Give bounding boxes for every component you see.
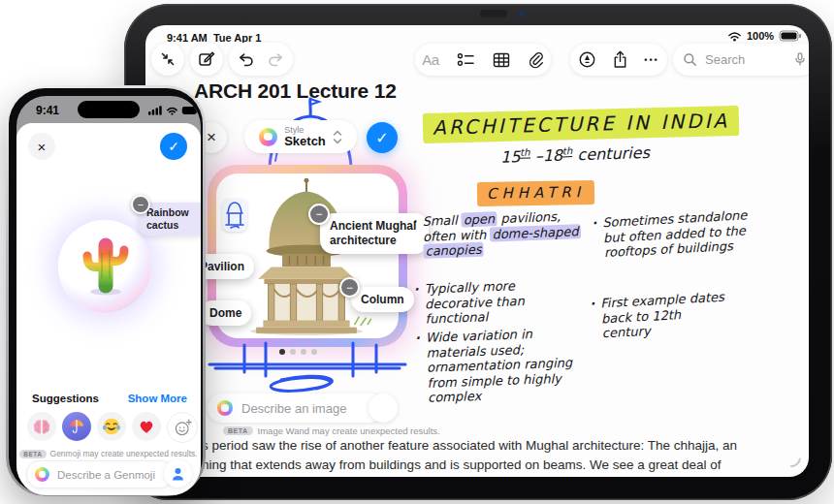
tag-dome[interactable]: Dome (200, 300, 251, 326)
suggestion-brain-emoji[interactable] (27, 412, 56, 441)
markup-pen-icon[interactable] (578, 50, 596, 69)
battery-icon (779, 30, 802, 42)
umbrella-genmoji-icon (68, 418, 85, 435)
tag-label: Column (361, 293, 404, 306)
handwritten-bullet: Typically more decorative than functiona… (424, 276, 571, 327)
note-body-text: s period saw the rise of another feature… (202, 436, 745, 475)
search-input[interactable] (703, 51, 787, 68)
ipad-status-indicators: 100% (727, 30, 802, 42)
wand-accept-button[interactable]: ✓ (367, 122, 398, 153)
apple-intelligence-icon (217, 400, 233, 416)
redo-icon[interactable] (268, 51, 284, 68)
battery-icon (181, 106, 200, 115)
ipad-camera-housing (480, 10, 507, 17)
checkmark-icon: ✓ (375, 129, 388, 147)
handwritten-bullet: Sometimes standalone but often added to … (602, 207, 757, 261)
markup-share-group: ••• (570, 44, 667, 76)
genmoji-beta-row: BETA Genmoji may create unexpected resul… (16, 449, 201, 458)
battery-percent: 100% (747, 30, 774, 42)
iphone-device-frame: 9:41 (6, 85, 206, 496)
image-wand-input[interactable] (240, 400, 374, 417)
handwritten-bullet: First example dates back to 12th century (600, 290, 728, 341)
page-dot[interactable] (290, 349, 296, 355)
image-page-indicator[interactable] (279, 349, 317, 355)
share-icon[interactable] (612, 50, 628, 69)
laughing-tears-emoji-icon (102, 417, 121, 436)
ipad-screen: 9:41 AM Tue Apr 1 100% (145, 25, 809, 477)
original-sketch-thumbnail[interactable] (222, 199, 247, 232)
marketing-canvas: 9:41 AM Tue Apr 1 100% (0, 0, 834, 504)
attachment-paperclip-icon[interactable] (528, 51, 544, 69)
beta-badge: BETA (223, 426, 253, 435)
highlighted-section-text: CHHATRI (477, 180, 595, 206)
show-more-link[interactable]: Show More (128, 393, 187, 404)
dynamic-island (78, 101, 140, 118)
close-icon: × (38, 139, 47, 155)
scroll-edge-indicator (778, 444, 805, 471)
search-field[interactable] (673, 44, 809, 76)
genmoji-close-button[interactable]: × (28, 133, 55, 160)
rainbow-cactus-genmoji (77, 236, 135, 298)
handwritten-section-title: CHHATRI (477, 183, 594, 203)
checkmark-icon: ✓ (168, 139, 179, 154)
apple-intelligence-icon (35, 467, 49, 482)
beta-badge: BETA (19, 450, 46, 458)
minus-icon: − (138, 200, 144, 210)
body-line: s period saw the rise of another feature… (202, 436, 745, 456)
suggestion-umbrella-genmoji[interactable] (62, 412, 91, 441)
ipad-camera-icon (520, 12, 525, 16)
genmoji-input[interactable] (55, 468, 165, 482)
image-wand-prompt-field[interactable] (208, 394, 384, 423)
iphone-status-indicators (148, 105, 200, 115)
remove-tag-button[interactable]: − (308, 204, 330, 225)
suggestions-title: Suggestions (32, 393, 99, 404)
suggestion-joy-emoji[interactable] (97, 412, 126, 441)
add-emoji-icon (174, 419, 192, 437)
undo-redo-group (229, 43, 293, 76)
handwritten-bullet: Wide variation in materials used; orname… (426, 325, 586, 405)
highlighted-heading-text: ARCHITECTURE IN INDIA (423, 106, 740, 143)
chevron-up-down-icon (333, 129, 342, 145)
tag-label: Pavilion (200, 260, 244, 273)
wifi-icon (727, 30, 742, 42)
brain-emoji-icon (32, 419, 51, 435)
people-genmoji-button[interactable] (164, 459, 192, 488)
wand-disclaimer: Image Wand may create unexpected results… (258, 425, 440, 436)
new-genmoji-button[interactable] (167, 412, 198, 443)
undo-icon[interactable] (238, 51, 254, 68)
dictation-mic-icon[interactable] (793, 51, 807, 68)
compose-icon (198, 50, 215, 68)
genmoji-accept-button[interactable]: ✓ (160, 133, 187, 160)
arrows-inward-icon (160, 51, 176, 67)
apple-intelligence-icon (259, 128, 277, 146)
collapse-note-button[interactable] (151, 43, 184, 76)
table-icon[interactable] (493, 52, 510, 68)
close-icon: × (207, 128, 216, 147)
more-options-button[interactable]: ••• (644, 55, 658, 65)
sketch-thumbnail-icon (222, 199, 247, 232)
text-format-button[interactable]: Aa (422, 51, 438, 68)
tag-column[interactable]: Column (351, 287, 414, 312)
suggestion-heart-emoji[interactable] (132, 412, 161, 441)
genmoji-disclaimer: Genmoji may create unexpected results. (50, 449, 198, 458)
person-icon (171, 466, 185, 482)
style-dropdown[interactable]: Style Sketch (244, 120, 357, 153)
page-dot[interactable] (311, 349, 317, 355)
red-heart-emoji-icon (138, 419, 155, 434)
plus-icon (376, 401, 390, 415)
handwritten-subheading: 15th –18th centuries (500, 143, 650, 167)
iphone-status-time: 9:41 (36, 104, 59, 117)
search-icon (683, 52, 697, 67)
remove-tag-button[interactable]: − (339, 277, 360, 298)
minus-icon: − (346, 282, 353, 294)
add-image-button[interactable] (369, 394, 398, 423)
page-dot-active[interactable] (279, 349, 285, 355)
minus-icon: − (315, 208, 322, 220)
page-dot[interactable] (301, 349, 306, 355)
cellular-signal-icon (148, 105, 163, 115)
handwritten-heading: ARCHITECTURE IN INDIA (423, 109, 740, 140)
compose-button[interactable] (190, 43, 223, 76)
genmoji-prompt-field[interactable] (26, 460, 174, 488)
remove-genmoji-tag-button[interactable]: − (131, 195, 150, 214)
checklist-icon[interactable] (457, 51, 475, 68)
